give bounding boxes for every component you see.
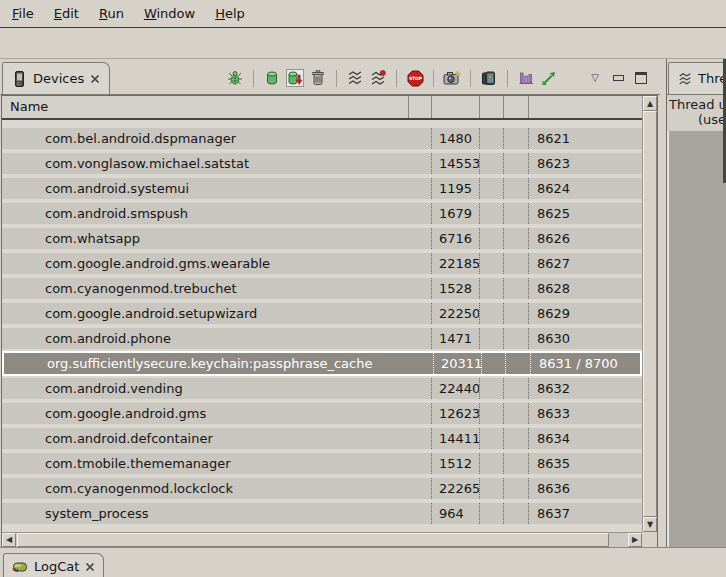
green-arrow-icon[interactable] (540, 69, 558, 87)
process-port: 8631 / 8700 (531, 353, 640, 374)
close-icon[interactable] (90, 74, 100, 84)
devices-table: Name com.bel.android.dspmanager 1480 862… (1, 95, 658, 548)
vertical-scrollbar[interactable]: ▲ ▼ (642, 96, 657, 532)
stop-sign-icon[interactable]: STOP (406, 69, 424, 87)
heap-indicator-cell (480, 328, 504, 349)
toolbar-separator (336, 70, 337, 87)
process-name: com.android.smspush (2, 203, 432, 224)
table-row[interactable]: com.vonglasow.michael.satstat 14553 8623 (2, 153, 642, 174)
column-header-blank[interactable] (409, 96, 432, 118)
minimize-icon[interactable] (609, 69, 627, 87)
process-pid: 1679 (432, 203, 480, 224)
tab-threads[interactable]: Threads (668, 62, 726, 94)
table-row[interactable]: com.tmobile.thememanager 1512 8635 (2, 453, 642, 474)
column-header-blank[interactable] (432, 96, 480, 118)
process-pid: 20311 (434, 353, 482, 374)
process-name: com.android.defcontainer (2, 428, 432, 449)
tab-devices[interactable]: Devices (2, 62, 110, 94)
scroll-left-arrow[interactable]: ◀ (2, 533, 16, 547)
green-cylinder-red-arrow-icon[interactable] (286, 69, 304, 87)
table-row[interactable]: com.android.systemui 1195 8624 (2, 178, 642, 199)
threads-zigzag-icon[interactable] (346, 69, 364, 87)
horizontal-scrollbar[interactable]: ◀ ▶ (2, 532, 642, 547)
bug-icon[interactable] (226, 69, 244, 87)
view-menu-chevron-icon[interactable]: ▽ (586, 69, 604, 87)
process-pid: 1471 (432, 328, 480, 349)
purple-bars-icon[interactable] (517, 69, 535, 87)
scrollbar-corner (642, 532, 657, 547)
column-header-name[interactable]: Name (2, 96, 409, 118)
table-row[interactable]: com.cyanogenmod.trebuchet 1528 8628 (2, 278, 642, 299)
heap-indicator-cell (480, 378, 504, 399)
column-header-blank[interactable] (504, 96, 529, 118)
process-name: com.android.systemui (2, 178, 432, 199)
horizontal-scroll-thumb[interactable] (17, 533, 609, 547)
close-icon[interactable] (85, 562, 95, 572)
process-pid: 1528 (432, 278, 480, 299)
table-row[interactable]: com.android.phone 1471 8630 (2, 328, 642, 349)
maximize-icon[interactable] (632, 69, 650, 87)
menu-file[interactable]: File (2, 6, 44, 21)
tab-logcat[interactable]: LogCat (3, 553, 104, 577)
table-row[interactable]: com.google.android.gms 12623 8633 (2, 403, 642, 424)
scroll-right-arrow[interactable]: ▶ (628, 533, 642, 547)
table-row[interactable]: com.google.android.gms.wearable 22185 86… (2, 253, 642, 274)
thread-indicator-cell (504, 328, 529, 349)
threads-view: Threads Thread updates not enabled for s… (666, 59, 726, 548)
devices-view: Devices (0, 59, 660, 548)
scroll-down-arrow[interactable]: ▼ (643, 517, 657, 532)
trash-icon[interactable] (309, 69, 327, 87)
heap-indicator-cell (480, 178, 504, 199)
heap-indicator-cell (480, 303, 504, 324)
toolbar-separator (253, 70, 254, 87)
main-split-area: Devices (0, 58, 726, 547)
thread-indicator-cell (504, 278, 529, 299)
table-row[interactable]: system_process 964 8637 (2, 503, 642, 524)
column-header-blank[interactable] (529, 96, 642, 118)
table-row[interactable]: com.whatsapp 6716 8626 (2, 228, 642, 249)
eclipse-ddms-window: File Edit Run Window Help (0, 0, 726, 577)
process-pid: 14553 (432, 153, 480, 174)
menu-run[interactable]: Run (89, 6, 134, 21)
camera-icon[interactable] (443, 69, 461, 87)
heap-indicator-cell (480, 453, 504, 474)
menu-edit[interactable]: Edit (44, 6, 89, 21)
menu-window[interactable]: Window (134, 6, 205, 21)
process-name: com.cyanogenmod.trebuchet (2, 278, 432, 299)
tab-devices-label: Devices (33, 71, 84, 86)
menu-help[interactable]: Help (205, 6, 255, 21)
table-row[interactable]: org.sufficientlysecure.keychain:passphra… (2, 351, 642, 376)
heap-indicator-cell (480, 128, 504, 149)
thread-indicator-cell (504, 253, 529, 274)
table-row[interactable]: com.google.android.setupwizard 22250 862… (2, 303, 642, 324)
process-pid: 1195 (432, 178, 480, 199)
heap-indicator-cell (480, 228, 504, 249)
column-header-blank[interactable] (480, 96, 504, 118)
table-row[interactable]: com.bel.android.dspmanager 1480 8621 (2, 128, 642, 149)
process-name: com.whatsapp (2, 228, 432, 249)
threads-zigzag-icon (678, 72, 692, 86)
process-pid: 22265 (432, 478, 480, 499)
logcat-icon (12, 559, 28, 575)
toolbar-separator (433, 70, 434, 87)
logcat-tab-bar: LogCat (0, 547, 726, 577)
table-row[interactable]: com.android.defcontainer 14411 8634 (2, 428, 642, 449)
toolbar-separator (507, 70, 508, 87)
threads-zigzag-red-dot-icon[interactable] (369, 69, 387, 87)
table-row[interactable]: com.cyanogenmod.lockclock 22265 8636 (2, 478, 642, 499)
table-row[interactable]: com.android.smspush 1679 8625 (2, 203, 642, 224)
process-name: com.vonglasow.michael.satstat (2, 153, 432, 174)
phone-screen-icon[interactable] (480, 69, 498, 87)
scroll-up-arrow[interactable]: ▲ (643, 96, 657, 111)
process-port: 8630 (529, 328, 642, 349)
green-cylinder-icon[interactable] (263, 69, 281, 87)
table-row[interactable]: com.android.vending 22440 8632 (2, 378, 642, 399)
process-name: com.google.android.gms (2, 403, 432, 424)
vertical-scroll-thumb[interactable] (643, 111, 657, 517)
process-name: com.android.vending (2, 378, 432, 399)
process-pid: 1480 (432, 128, 480, 149)
devices-tab-bar: Devices (0, 59, 660, 95)
process-name: com.cyanogenmod.lockclock (2, 478, 432, 499)
thread-indicator-cell (504, 478, 529, 499)
process-port: 8623 (529, 153, 642, 174)
